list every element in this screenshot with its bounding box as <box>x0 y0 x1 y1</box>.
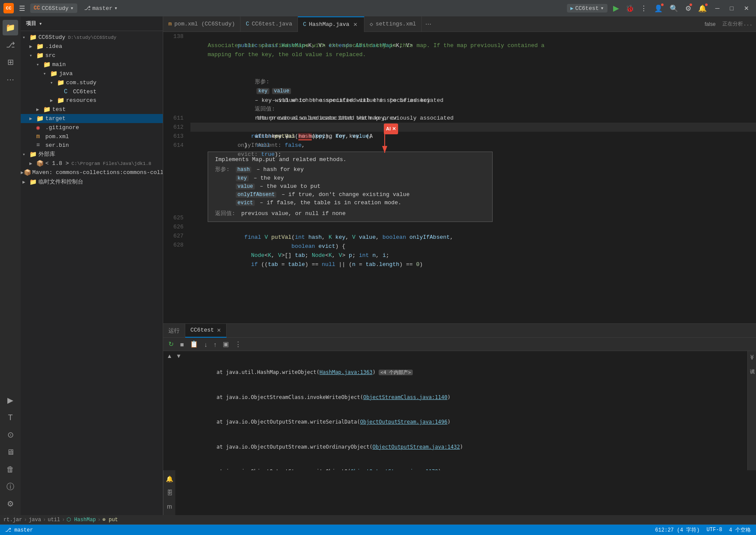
tree-item-external-libs[interactable]: ▾ 📁 外部库 <box>21 149 163 159</box>
console-up-btn[interactable]: ▲ <box>167 353 172 359</box>
panel-title: 项目 <box>26 20 36 27</box>
sidebar-project-btn[interactable]: 📁 <box>3 20 18 35</box>
scroll-up-btn[interactable]: ↑ <box>212 340 219 349</box>
scroll-down-btn[interactable]: ↓ <box>202 340 209 349</box>
right-sidebar-notifications[interactable]: 🔔 <box>164 474 175 484</box>
code-line-doc3: 形参: key – key with which the specified v… <box>190 68 756 77</box>
console-link-3[interactable]: ObjectOutputStream.java:1496 <box>360 419 447 425</box>
tree-item-label: Maven: commons-collections:commons-colle… <box>32 169 163 176</box>
settings-button[interactable]: ⚙ <box>683 3 693 14</box>
notifications-button[interactable]: 🔔 <box>696 3 709 14</box>
panel-header: 项目 ▾ <box>21 16 163 31</box>
console-link-2[interactable]: ObjectStreamClass.java:1140 <box>363 394 447 400</box>
file-tree[interactable]: ▾ 📁 CC6Study D:\study\CC6Study ▶ 📁 .idea… <box>21 31 163 515</box>
tab-pom[interactable]: m pom.xml (CC6Study) <box>163 16 240 32</box>
user-button[interactable]: 👤 <box>652 3 664 14</box>
tree-item-maven-commons[interactable]: ▶ 📦 Maven: commons-collections:commons-c… <box>21 168 163 177</box>
tree-item-cc6test-java[interactable]: C CC6test <box>21 87 163 96</box>
tree-item-serbin[interactable]: ≡ ser.bin <box>21 141 163 149</box>
maximize-button[interactable]: □ <box>727 3 737 13</box>
line-num-138: 138 <box>163 32 183 41</box>
bottom-tab-cc6test[interactable]: CC6test ✕ <box>185 324 227 338</box>
filter-btn[interactable]: ▣ <box>221 339 231 349</box>
main-layout: 📁 ⎇ ⊞ ⋯ ▶ T ⊙ 🖥 🗑 ⓘ ⚙ 项目 ▾ ▾ 📁 CC6Study … <box>0 16 756 515</box>
line-num-blank9 <box>163 150 183 159</box>
collapse-right-btn[interactable]: ≫ <box>748 353 756 362</box>
popup-param-onlyifabsent: onlyIfAbsent – if true, don't change exi… <box>215 191 485 198</box>
minimize-button[interactable]: ─ <box>712 3 723 13</box>
tree-item-target[interactable]: ▶ 📁 target <box>21 114 163 123</box>
tree-item-java[interactable]: ▾ 📁 java <box>21 69 163 78</box>
branch-selector[interactable]: ⎇ master ▾ <box>81 3 121 13</box>
right-sidebar-db[interactable]: 🗄 <box>164 488 175 498</box>
breadcrumb-java[interactable]: java <box>28 517 41 523</box>
tab-hashmap[interactable]: C HashMap.java ✕ <box>298 16 364 32</box>
hamburger-menu[interactable]: ☰ <box>17 3 27 14</box>
sidebar-more-btn[interactable]: ⋯ <box>3 72 18 87</box>
folder-icon: 📁 <box>50 70 58 77</box>
tree-item-jdk18[interactable]: ▶ 📦 < 1.8 > C:\Program Files\Java\jdk1.8 <box>21 159 163 168</box>
statusbar-spaces[interactable]: 4 个空格 <box>728 526 753 534</box>
sidebar-structure-btn[interactable]: ⊞ <box>3 54 18 70</box>
more-btn[interactable]: ⋮ <box>233 339 243 349</box>
code-editor[interactable]: 138 611 612 ! 613 614 <box>163 32 756 323</box>
reading-mode-btn[interactable]: false <box>701 21 719 27</box>
project-selector[interactable]: CC CC6Study ▾ <box>30 3 77 13</box>
tree-item-resources[interactable]: ▶ 📁 resources <box>21 96 163 105</box>
copy-btn[interactable]: 📋 <box>188 339 200 349</box>
console-link-5[interactable]: ObjectOutputStream.java:1178 <box>351 469 438 470</box>
tree-item-label: .gitignore <box>45 124 79 131</box>
folder-icon: 📦 <box>24 169 31 176</box>
restart-btn[interactable]: ↻ <box>167 339 176 349</box>
tree-item-main[interactable]: ▾ 📁 main <box>21 60 163 69</box>
breadcrumb-put[interactable]: ⊕ put <box>102 516 118 523</box>
tree-item-gitignore[interactable]: ◉ .gitignore <box>21 123 163 132</box>
breadcrumb-util[interactable]: util <box>47 517 60 523</box>
search-button[interactable]: 🔍 <box>668 3 680 14</box>
ai-icon[interactable]: AI ✕ <box>384 123 398 134</box>
tab-cc6test[interactable]: C CC6test.java <box>240 16 297 32</box>
run-button[interactable]: ▶ <box>611 3 621 13</box>
tree-item-test[interactable]: ▶ 📁 test <box>21 105 163 114</box>
chevron-down-icon: ▾ <box>70 5 74 12</box>
folder-icon: 📁 <box>36 43 44 50</box>
sidebar-vcs-btn[interactable]: ⎇ <box>3 37 18 53</box>
right-sidebar-m[interactable]: m <box>164 501 175 512</box>
bottom-tab-run[interactable]: 运行 <box>163 324 185 338</box>
sidebar-screen-btn[interactable]: 🖥 <box>3 444 18 460</box>
run-config-name: CC6test <box>575 5 599 12</box>
stop-btn[interactable]: ■ <box>178 340 186 349</box>
analyzing-indicator: 正在分析... <box>719 20 756 28</box>
sidebar-db-btn[interactable]: 🗑 <box>3 462 18 477</box>
tab-close-btn[interactable]: ✕ <box>352 21 359 28</box>
sidebar-debug-btn[interactable]: T <box>3 410 18 425</box>
debug-button[interactable]: 🐞 <box>625 3 635 13</box>
console-link-1[interactable]: HashMap.java:1363 <box>319 369 373 375</box>
tree-item-cc6study[interactable]: ▾ 📁 CC6Study D:\study\CC6Study <box>21 33 163 42</box>
sidebar-run-btn[interactable]: ▶ <box>3 393 18 408</box>
sidebar-git-btn[interactable]: ⚙ <box>3 496 18 512</box>
breadcrumb-hashmap[interactable]: ⬡ HashMap <box>66 516 96 523</box>
tree-item-temp[interactable]: ▶ 📁 临时文件和控制台 <box>21 177 163 187</box>
bottom-tab-close-btn[interactable]: ✕ <box>217 327 221 333</box>
statusbar-encoding[interactable]: UTF-8 <box>705 527 724 533</box>
tree-item-idea[interactable]: ▶ 📁 .idea <box>21 42 163 51</box>
breadcrumb-rtjar[interactable]: rt.jar <box>3 517 22 523</box>
statusbar-git[interactable]: ⎇ master <box>3 527 35 533</box>
binary-file-icon: ≡ <box>36 142 44 149</box>
tabs-more-btn[interactable]: ⋯ <box>422 21 435 28</box>
tree-item-pomxml[interactable]: m pom.xml <box>21 132 163 141</box>
statusbar-position[interactable]: 612:27 (4 字符) <box>653 526 701 534</box>
xml-settings-tab-icon: ◇ <box>370 21 373 28</box>
console-link-4[interactable]: ObjectOutputStream.java:1432 <box>373 444 460 450</box>
more-options-button[interactable]: ⋮ <box>639 3 649 14</box>
sidebar-info-btn[interactable]: ⓘ <box>3 479 18 494</box>
close-button[interactable]: ✕ <box>740 3 753 13</box>
console-down-btn[interactable]: ▼ <box>176 353 181 359</box>
folder-icon: 📁 <box>57 79 65 86</box>
line-num-628: 628 <box>163 241 183 250</box>
tree-item-com-study[interactable]: ▾ 📁 com.study <box>21 78 163 87</box>
sidebar-profile-btn[interactable]: ⊙ <box>3 427 18 443</box>
tab-settings[interactable]: ◇ settings.xml <box>364 16 421 32</box>
tree-item-src[interactable]: ▾ 📁 src <box>21 51 163 60</box>
